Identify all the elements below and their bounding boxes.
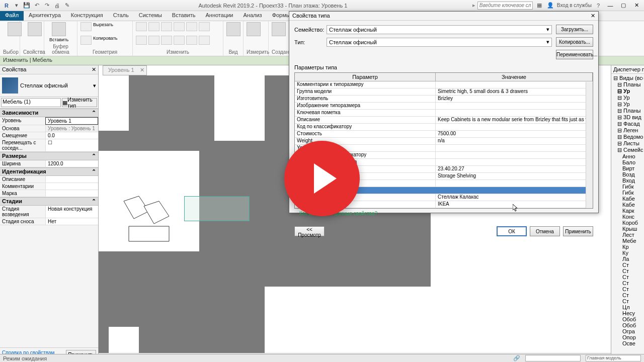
param-row[interactable]: Weightn/a [295, 138, 593, 145]
param-row[interactable]: ИзготовительBrizley [295, 96, 593, 103]
tree-item[interactable]: Кабе [612, 202, 643, 208]
tree-item[interactable]: Ст [612, 292, 643, 298]
tool-icon[interactable] [136, 22, 147, 31]
scrollbar[interactable] [586, 82, 593, 208]
user-icon[interactable]: 👤 [546, 1, 555, 10]
save-icon[interactable]: 💾 [22, 1, 31, 10]
param-row[interactable]: Группа моделиSimetric high, 5 small door… [295, 88, 593, 96]
tree-item[interactable]: Ку [612, 250, 643, 256]
tree-item[interactable]: ⊟ Ведомо [612, 134, 643, 140]
family-combo[interactable]: Стеллаж офисный▾ [327, 25, 552, 34]
tree-item[interactable]: ⊟ Леген [612, 127, 643, 134]
tree-item[interactable]: Ст [612, 286, 643, 292]
close-icon[interactable]: ✕ [140, 67, 144, 73]
tree-item[interactable]: Несу [612, 310, 643, 316]
cancel-button[interactable]: Отмена [530, 226, 560, 236]
width-field[interactable]: 1200.0 [45, 160, 98, 167]
tree-item[interactable]: ⊟ Листы [612, 140, 643, 147]
tree-item[interactable]: Короб [612, 220, 643, 226]
tree-item[interactable]: Бало [612, 159, 643, 165]
tree-item[interactable]: Вирт [612, 165, 643, 171]
workset-combo[interactable] [525, 355, 581, 361]
preview-button[interactable]: << Просмотр [294, 226, 325, 236]
tree-item[interactable]: Осве [612, 340, 643, 346]
tree-item[interactable]: Гибк [612, 190, 643, 196]
help-icon[interactable]: ? [594, 1, 603, 10]
close-icon[interactable]: ✕ [92, 66, 96, 73]
tree-item[interactable]: Кабе [612, 196, 643, 202]
chevron-down-icon[interactable]: ▾ [93, 82, 96, 89]
copy-icon[interactable] [80, 36, 92, 45]
load-button[interactable]: Загрузить... [556, 25, 593, 34]
apply-button[interactable]: Применить [563, 226, 593, 236]
tree-item[interactable]: Ст [612, 268, 643, 274]
view-icon[interactable] [226, 22, 240, 36]
paste-button[interactable]: Вставить [47, 22, 70, 42]
tree-item[interactable]: Конс [612, 214, 643, 220]
search-input[interactable] [477, 2, 533, 10]
offset-field[interactable]: 0.0 [45, 132, 98, 139]
type-combo[interactable]: Стеллаж офисный▾ [327, 38, 552, 47]
param-row[interactable]: Изображение типоразмера [295, 103, 593, 110]
redo-icon[interactable]: ↷ [42, 1, 51, 10]
tab-systems[interactable]: Системы [134, 11, 167, 21]
category-selector[interactable]: Мебель (1) [1, 98, 61, 107]
param-row[interactable]: Комментарии к типоразмеру [295, 81, 593, 88]
tree-item[interactable]: Анно [612, 153, 643, 159]
ok-button[interactable]: ОК [497, 226, 527, 236]
tree-item[interactable]: Вход [612, 177, 643, 184]
tree-item[interactable]: ⊟ Ур [612, 95, 643, 101]
tree-item[interactable]: Цл [612, 304, 643, 310]
close-icon[interactable]: ✕ [591, 13, 595, 19]
tree-item[interactable]: Ст [612, 262, 643, 268]
play-button[interactable] [284, 141, 360, 216]
tree-item[interactable]: Ст [612, 274, 643, 280]
tree-item[interactable]: Ст [612, 280, 643, 286]
moves-checkbox[interactable]: ☐ [45, 139, 98, 151]
tab-steel[interactable]: Сталь [108, 11, 134, 21]
sign-in-link[interactable]: Вход в службы [557, 3, 592, 8]
edit-type-button[interactable]: ▦Изменить тип [62, 98, 97, 107]
maximize-icon[interactable]: ▢ [618, 1, 629, 10]
tab-analyze[interactable]: Анализ [238, 11, 267, 21]
param-row[interactable]: ОписаниеKeep Cabinets is a new modular s… [295, 117, 593, 124]
tree-item[interactable]: Ла [612, 256, 643, 262]
close-icon[interactable]: ✕ [631, 1, 642, 10]
open-icon[interactable]: ▾ [12, 1, 21, 10]
cut-icon[interactable] [80, 22, 92, 31]
selected-furniture[interactable] [184, 196, 250, 221]
tree-item[interactable]: Возд [612, 171, 643, 177]
undo-icon[interactable]: ↶ [32, 1, 41, 10]
level-field[interactable]: Уровень 1 [45, 117, 98, 125]
tab-struct[interactable]: Конструкция [66, 11, 108, 21]
tree-item[interactable]: ⊟ 3D вид [612, 114, 643, 121]
tree-item[interactable]: ⊟ Планы [612, 108, 643, 114]
tree-item[interactable]: Опор [612, 334, 643, 340]
minimize-icon[interactable]: — [605, 1, 616, 10]
tree-item[interactable]: Лест [612, 232, 643, 238]
tree-item[interactable]: Мебе [612, 238, 643, 244]
tree-item[interactable]: Обоб [612, 322, 643, 328]
subscription-icon[interactable]: ▦ [535, 1, 544, 10]
type-name[interactable]: Стеллаж офисный [20, 82, 91, 88]
tree-item[interactable]: Обоб [612, 316, 643, 322]
measure-icon[interactable] [247, 22, 261, 36]
tree-item[interactable]: Карк [612, 208, 643, 214]
rename-button[interactable]: Переименовать... [556, 50, 593, 59]
document-tab[interactable]: Уровень 1✕ [103, 65, 147, 75]
tab-arch[interactable]: Архитектура [24, 11, 66, 21]
tree-item[interactable]: Огра [612, 328, 643, 334]
tree-item[interactable]: ⊟ Семейс [612, 147, 643, 153]
param-row[interactable]: Ключевая пометка [295, 110, 593, 117]
tree-item[interactable]: ⊟ Ур [612, 88, 643, 95]
tree-item[interactable]: Кр [612, 244, 643, 250]
tree-item[interactable]: ⊟ Фасад [612, 121, 643, 127]
tree-item[interactable]: Крыш [612, 226, 643, 232]
create-icon[interactable] [272, 22, 286, 36]
tree-item[interactable]: Гибк [612, 184, 643, 190]
print-icon[interactable]: 🖨 [52, 1, 61, 10]
tree-item[interactable]: ⊟ Виды (все) [612, 75, 643, 81]
tab-file[interactable]: Файл [0, 11, 24, 21]
tree-item[interactable]: ⊟ Ур [612, 101, 643, 108]
model-combo[interactable]: Главная модель [586, 355, 641, 361]
